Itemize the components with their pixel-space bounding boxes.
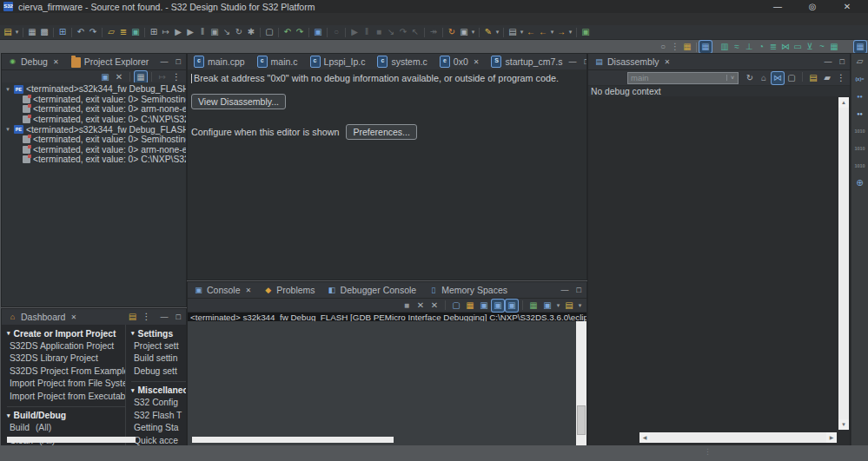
s32ds-perspective-icon[interactable]: ▦ bbox=[699, 41, 712, 53]
reg-1010-c-icon[interactable]: 1010 bbox=[852, 160, 867, 172]
view-menu-dots-icon[interactable]: ⋮ bbox=[669, 41, 681, 53]
dashboard-horizontal-scrollbar[interactable] bbox=[7, 437, 136, 443]
dashboard-action[interactable]: ▣ S32DS Project From Example bbox=[7, 365, 125, 378]
word-wrap-icon[interactable]: ▣ bbox=[478, 300, 490, 312]
home-icon[interactable]: ⌂ bbox=[758, 72, 770, 84]
dashboard-action[interactable]: ✱ Debug sett bbox=[131, 365, 186, 378]
debug-tree-row[interactable]: <terminated, exit value: 0> C:\NXP\S32DS… bbox=[2, 155, 186, 165]
pin-dropdown-icon[interactable]: ▾ bbox=[519, 26, 525, 38]
toolbar-icon[interactable] bbox=[442, 28, 443, 37]
console-output[interactable] bbox=[188, 321, 576, 445]
reg-1010-b-icon[interactable]: 1010 bbox=[852, 142, 867, 155]
dashboard-action[interactable]: ✦ Quick acce bbox=[131, 434, 186, 445]
toolbar-icon[interactable] bbox=[576, 28, 577, 37]
reg-1010-a-icon[interactable]: 1010 bbox=[852, 125, 867, 137]
display-dropdown-icon[interactable]: ▾ bbox=[555, 300, 561, 312]
clocks-tool-icon[interactable]: ≈ bbox=[731, 41, 743, 53]
view-tab[interactable]: Project Explorer bbox=[65, 54, 156, 69]
window-tile-icon[interactable]: ▣ bbox=[458, 26, 470, 38]
close-button[interactable]: ✕ bbox=[830, 1, 865, 13]
toolbar-icon[interactable] bbox=[71, 28, 72, 37]
build-icon[interactable]: ⊞ bbox=[56, 26, 69, 38]
remove-launch-icon[interactable]: ✕ bbox=[414, 300, 427, 312]
back-dropdown-icon[interactable]: ▾ bbox=[549, 26, 555, 38]
debug-tree-row[interactable]: ▾ PE <terminated>s32k344_fw Debug_FLASH … bbox=[2, 124, 186, 135]
toolbar-icon[interactable] bbox=[479, 28, 480, 37]
preferences-button[interactable]: Preferences... bbox=[346, 124, 416, 140]
dashboard-action[interactable]: ▩ S32 Flash T bbox=[131, 409, 186, 422]
window-dropdown-icon[interactable]: ▾ bbox=[470, 26, 476, 38]
dashboard-action[interactable]: ✱ Project sett bbox=[131, 339, 186, 352]
restore-button[interactable]: ◎ bbox=[795, 1, 830, 13]
view-menu-icon[interactable]: ⋮ bbox=[170, 71, 182, 83]
search-icon[interactable]: ○ bbox=[657, 41, 669, 53]
toolbar-icon[interactable] bbox=[840, 47, 854, 48]
close-tab-icon[interactable]: ✕ bbox=[474, 58, 480, 66]
minimize-button[interactable]: — bbox=[760, 1, 795, 13]
step-over-icon[interactable]: ↷ bbox=[397, 26, 409, 38]
console-vertical-scrollbar[interactable] bbox=[576, 321, 586, 445]
remove-terminated-icon[interactable]: ✕ bbox=[113, 71, 125, 83]
debug-tree-row[interactable]: <terminated, exit value: 0> C:\NXP\S32DS… bbox=[2, 115, 186, 125]
statusbar-drag-handle[interactable]: ⋮ bbox=[704, 447, 712, 456]
variables-icon[interactable]: (x)= bbox=[852, 73, 867, 85]
link-debug-context-icon[interactable]: ⋈ bbox=[772, 72, 784, 84]
restart-icon[interactable]: ↻ bbox=[446, 26, 458, 38]
dashboard-action[interactable]: ▦ S32 Config bbox=[131, 397, 186, 410]
maximize-view-icon[interactable]: □ bbox=[840, 54, 845, 69]
minimize-view-icon[interactable]: — bbox=[161, 309, 169, 325]
editor-tab[interactable]: c Lpspi_Ip.c bbox=[304, 54, 372, 69]
maximize-view-icon[interactable]: □ bbox=[176, 309, 181, 325]
refresh-icon[interactable]: ↻ bbox=[744, 72, 756, 84]
chip-tool-icon[interactable]: ▦ bbox=[828, 41, 840, 53]
suspend-icon[interactable]: ‖ bbox=[361, 26, 373, 38]
registers-icon[interactable]: ●● bbox=[852, 108, 867, 120]
step-filter-icon[interactable]: ↦ bbox=[160, 26, 172, 38]
toolbar-icon[interactable] bbox=[278, 28, 279, 37]
copy-stack-icon[interactable]: ▣ bbox=[209, 26, 221, 38]
restart-dim-icon[interactable]: ↦ bbox=[156, 71, 169, 83]
debug-tree-row[interactable]: <terminated, exit value: 0> arm-none-eab… bbox=[2, 145, 186, 155]
maximize-view-icon[interactable]: □ bbox=[577, 282, 581, 298]
show-stderr-icon[interactable]: ▦ bbox=[464, 300, 476, 312]
editor-tab[interactable]: c main.cpp bbox=[188, 54, 251, 69]
view-toolbar-icon[interactable] bbox=[445, 300, 446, 310]
address-combo[interactable]: main ˅ bbox=[627, 72, 739, 84]
refresh-debug-icon[interactable]: ↻ bbox=[233, 26, 245, 38]
toolbar-icon[interactable] bbox=[144, 28, 145, 37]
toolbar-icon[interactable] bbox=[345, 28, 346, 37]
chevron-down-icon[interactable]: ▾ bbox=[4, 126, 11, 133]
view-toolbar-icon[interactable] bbox=[151, 72, 152, 82]
sort-icon[interactable]: ≣ bbox=[117, 26, 129, 38]
editor-tab[interactable]: S startup_cm7.s bbox=[485, 54, 568, 69]
dcd-tool-icon[interactable]: ≣ bbox=[767, 41, 779, 53]
gauge-tool-icon[interactable]: ◔ bbox=[755, 41, 767, 53]
pin-console-icon[interactable]: ▣ bbox=[506, 300, 518, 312]
toolbar-icon[interactable] bbox=[308, 28, 309, 37]
view-tab[interactable]: ◆ Problems bbox=[257, 282, 321, 298]
redo-icon[interactable]: ↷ bbox=[87, 26, 99, 38]
console-tile-icon[interactable]: ▣ bbox=[312, 26, 324, 38]
close-tab-icon[interactable]: ✕ bbox=[665, 58, 671, 66]
chevron-down-icon[interactable]: ▾ bbox=[4, 86, 11, 93]
show-source-icon[interactable]: ▢ bbox=[785, 72, 798, 84]
scroll-up-icon[interactable]: ▲ bbox=[838, 97, 849, 108]
toolbar-icon[interactable] bbox=[260, 28, 261, 37]
open-console-dropdown-icon[interactable]: ▾ bbox=[577, 300, 583, 312]
minimize-view-icon[interactable]: — bbox=[161, 54, 169, 69]
dashboard-action[interactable]: ◉ Getting Sta bbox=[131, 422, 186, 435]
toolbar-icon[interactable] bbox=[327, 28, 328, 37]
import-example-icon[interactable]: ▤ bbox=[127, 312, 139, 322]
new-console-icon[interactable]: ▣ bbox=[129, 26, 142, 38]
show-output-icon[interactable]: ▢ bbox=[450, 300, 462, 312]
open-perspective-icon[interactable]: ▦ bbox=[681, 41, 693, 53]
save-icon[interactable]: ▦ bbox=[26, 26, 38, 38]
debug-tree-row[interactable]: <terminated, exit value: 0> arm-none-eab… bbox=[2, 104, 186, 115]
display-console-icon[interactable]: ▣ bbox=[541, 300, 553, 312]
new-dropdown-icon[interactable]: ▾ bbox=[14, 26, 20, 38]
dashboard-section-header[interactable]: ▾ Settings bbox=[131, 327, 186, 339]
view-tab[interactable]: ◧ Debugger Console bbox=[321, 282, 423, 298]
show-console-icon[interactable]: ▣ bbox=[99, 71, 111, 83]
quadspi-tool-icon[interactable]: ▭ bbox=[792, 41, 804, 53]
maximize-view-icon[interactable]: □ bbox=[176, 54, 181, 69]
